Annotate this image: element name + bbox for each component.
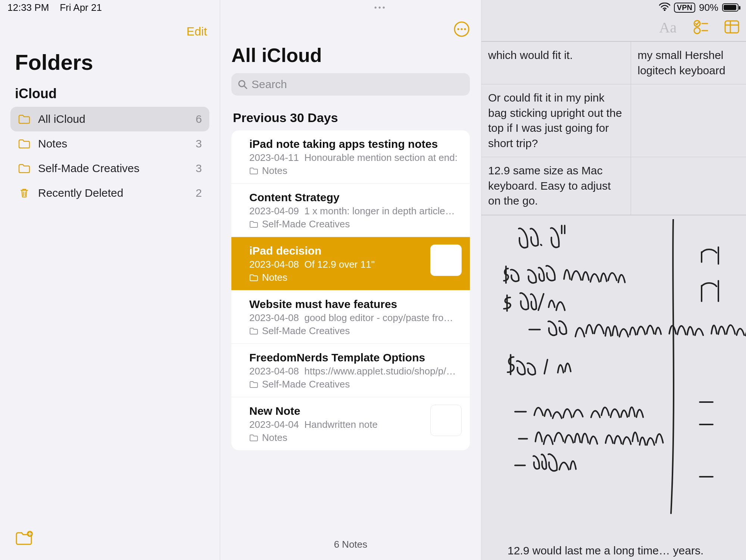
- status-time-date: 12:33 PM Fri Apr 21: [7, 2, 102, 13]
- search-input[interactable]: Search: [231, 73, 470, 96]
- more-options-icon[interactable]: [453, 21, 470, 39]
- note-row[interactable]: Content Strategy2023-04-09 1 x month: lo…: [231, 184, 470, 237]
- note-title: iPad note taking apps testing notes: [249, 138, 461, 150]
- table-icon[interactable]: [724, 20, 739, 35]
- note-subline: 2023-04-09 1 x month: longer in depth ar…: [249, 205, 461, 217]
- note-bottom-text: 12.9 would last me a long time… years.: [508, 544, 703, 557]
- svg-line-7: [244, 86, 247, 88]
- svg-point-3: [457, 28, 459, 30]
- sidebar-folder-notes[interactable]: Notes3: [10, 131, 209, 156]
- note-editor[interactable]: Aa which would fit it.my small Hershel l…: [481, 0, 746, 560]
- svg-point-10: [694, 28, 700, 34]
- note-subline: 2023-04-04 Handwritten note: [249, 419, 461, 430]
- table-cell[interactable]: [631, 84, 746, 157]
- note-title: Content Strategy: [249, 191, 461, 204]
- svg-rect-12: [725, 21, 739, 33]
- battery-icon: [722, 3, 739, 12]
- folder-label: Self-Made Creatives: [38, 162, 140, 175]
- folder-label: Recently Deleted: [38, 187, 123, 199]
- note-thumbnail: [430, 405, 462, 436]
- sidebar-account: iCloud: [0, 82, 220, 107]
- text-style-icon[interactable]: Aa: [659, 19, 677, 36]
- folder-count: 3: [196, 137, 202, 150]
- section-header: Previous 30 Days: [220, 103, 481, 130]
- note-title: iPad decision: [249, 245, 461, 257]
- note-row[interactable]: New Note2023-04-04 Handwritten noteNotes: [231, 397, 470, 450]
- notes-list-title: All iCloud: [220, 41, 481, 73]
- folder-count: 6: [196, 113, 202, 125]
- notes-count: 6 Notes: [220, 529, 481, 560]
- edit-button[interactable]: Edit: [0, 19, 220, 41]
- search-placeholder: Search: [252, 78, 287, 91]
- note-title: Website must have features: [249, 298, 461, 311]
- table-cell[interactable]: which would fit it.: [481, 42, 631, 84]
- wifi-icon: [659, 2, 670, 13]
- note-row[interactable]: Website must have features2023-04-08 goo…: [231, 290, 470, 344]
- note-subline: 2023-04-08 https://www.applet.studio/sho…: [249, 365, 461, 377]
- folder-label: All iCloud: [38, 113, 85, 125]
- status-time: 12:33 PM: [7, 2, 49, 13]
- sidebar-title: Folders: [0, 41, 220, 82]
- note-subline: 2023-04-08 Of 12.9 over 11": [249, 259, 461, 270]
- note-row[interactable]: FreedomNerds Template Options2023-04-08 …: [231, 344, 470, 397]
- multitask-dots-icon[interactable]: •••: [102, 3, 659, 12]
- table-cell[interactable]: [631, 157, 746, 215]
- svg-point-4: [461, 28, 462, 30]
- svg-point-0: [664, 9, 665, 10]
- table-cell[interactable]: Or could fit it in my pink bag sticking …: [481, 84, 631, 157]
- note-folder: Self-Made Creatives: [249, 218, 461, 230]
- svg-point-5: [464, 28, 466, 30]
- note-row[interactable]: iPad note taking apps testing notes2023-…: [231, 130, 470, 184]
- note-title: FreedomNerds Template Options: [249, 351, 461, 364]
- folder-count: 3: [196, 162, 202, 175]
- folder-count: 2: [196, 187, 202, 199]
- note-folder: Notes: [249, 272, 461, 283]
- note-folder: Self-Made Creatives: [249, 325, 461, 337]
- checklist-icon[interactable]: [693, 19, 708, 36]
- note-table[interactable]: which would fit it.my small Hershel logi…: [481, 41, 746, 215]
- table-cell[interactable]: 12.9 same size as Mac keyboard. Easy to …: [481, 157, 631, 215]
- sidebar-folder-self-made-creatives[interactable]: Self-Made Creatives3: [10, 156, 209, 181]
- note-subline: 2023-04-11 Honourable mention section at…: [249, 152, 461, 164]
- note-row[interactable]: iPad decision2023-04-08 Of 12.9 over 11"…: [231, 237, 470, 290]
- note-folder: Self-Made Creatives: [249, 379, 461, 390]
- note-subline: 2023-04-08 good blog editor - copy/paste…: [249, 312, 461, 324]
- folders-sidebar: Edit Folders iCloud All iCloud6Notes3Sel…: [0, 0, 220, 560]
- handwriting-area[interactable]: [481, 215, 746, 522]
- note-title: New Note: [249, 405, 461, 417]
- note-thumbnail: [430, 245, 462, 276]
- sidebar-folder-recently-deleted[interactable]: Recently Deleted2: [10, 181, 209, 205]
- vpn-badge: VPN: [674, 3, 695, 13]
- battery-percent: 90%: [699, 2, 718, 13]
- status-bar: 12:33 PM Fri Apr 21 ••• VPN 90%: [0, 0, 746, 15]
- sidebar-folder-all-icloud[interactable]: All iCloud6: [10, 107, 209, 131]
- note-folder: Notes: [249, 432, 461, 444]
- notes-list-pane: All iCloud Search Previous 30 Days iPad …: [220, 0, 481, 560]
- folder-label: Notes: [38, 137, 67, 150]
- table-cell[interactable]: my small Hershel logitech keyboard: [631, 42, 746, 84]
- new-folder-icon[interactable]: [15, 541, 33, 547]
- status-date: Fri Apr 21: [60, 2, 102, 13]
- note-folder: Notes: [249, 165, 461, 177]
